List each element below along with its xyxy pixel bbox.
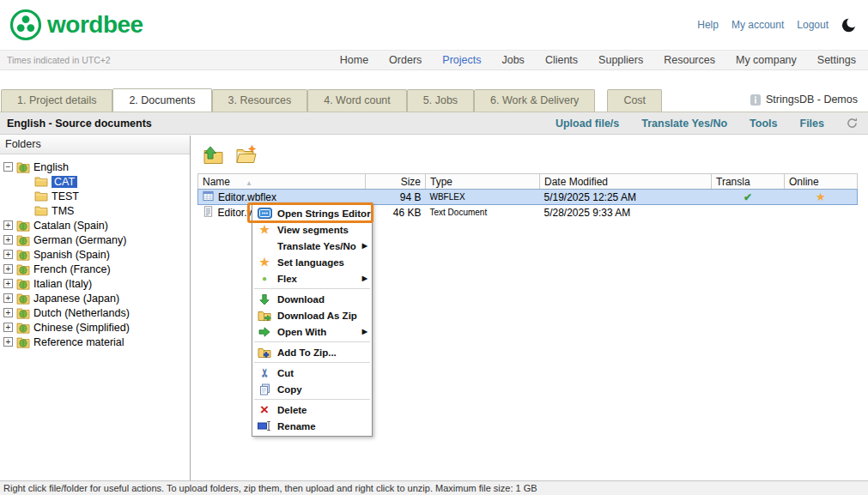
tree-item-italian-italy: + Italian (Italy) xyxy=(3,276,188,291)
tree-row[interactable]: + Chinese (Simplified) xyxy=(3,320,188,335)
folder-label: German (Germany) xyxy=(33,234,126,246)
star-icon[interactable]: ★ xyxy=(816,190,826,203)
open-with-icon xyxy=(257,326,272,338)
menu-item-translate-yes-no[interactable]: Translate Yes/No ▶ xyxy=(252,238,372,254)
menu-item-add-to-zip[interactable]: Add To Zip... xyxy=(252,344,372,360)
menu-item-download[interactable]: Download xyxy=(252,291,372,307)
nav-item-projects[interactable]: Projects xyxy=(442,54,481,66)
tab-6-work-delivery[interactable]: 6. Work & Delivery xyxy=(474,89,595,112)
wbflex-file-icon xyxy=(203,190,214,204)
tree-subfolder-cat[interactable]: CAT xyxy=(34,174,188,189)
tab-cost[interactable]: Cost xyxy=(607,89,662,112)
subheader-actions: Upload file/sTranslate Yes/NoToolsFiles xyxy=(555,118,858,130)
menu-separator xyxy=(254,341,370,342)
menu-item-flex[interactable]: ● Flex ▶ xyxy=(252,270,372,287)
refresh-icon[interactable] xyxy=(847,118,858,129)
header-link-help[interactable]: Help xyxy=(697,19,719,31)
folder-globe-icon xyxy=(16,219,30,232)
menu-separator xyxy=(254,399,370,400)
column-header-name[interactable]: Name▲ xyxy=(198,174,366,190)
folder-globe-icon xyxy=(16,321,30,335)
tree-row[interactable]: + Dutch (Netherlands) xyxy=(3,305,188,320)
tree-expander-icon[interactable]: + xyxy=(3,337,13,347)
timezone-note: Times indicated in UTC+2 xyxy=(7,55,111,65)
tree-expander-icon[interactable]: + xyxy=(3,235,13,244)
nav-item-settings[interactable]: Settings xyxy=(817,54,856,66)
folder-label: Reference material xyxy=(33,336,124,348)
nav-item-clients[interactable]: Clients xyxy=(545,54,578,66)
tree-expander-icon[interactable]: + xyxy=(3,220,13,230)
tab-5-jobs[interactable]: 5. Jobs xyxy=(407,89,474,112)
menu-item-set-languages[interactable]: ★ Set languages xyxy=(252,254,372,270)
tree-expander-icon[interactable]: + xyxy=(3,250,13,259)
column-header-online[interactable]: Online xyxy=(785,174,858,190)
tree-item-japanese-japan: + Japanese (Japan) xyxy=(3,291,188,305)
submenu-arrow-icon: ▶ xyxy=(362,275,367,282)
tabs-list: 1. Project details2. Documents3. Resourc… xyxy=(1,88,662,112)
tree-expander-icon[interactable]: + xyxy=(3,279,13,288)
moon-icon[interactable] xyxy=(841,18,856,33)
check-icon: ✔ xyxy=(744,191,752,203)
tree-subfolder-tms[interactable]: TMS xyxy=(34,203,188,218)
tree-expander-icon[interactable]: + xyxy=(3,308,13,317)
menu-item-delete[interactable]: × Delete xyxy=(252,401,372,418)
menu-item-view-segments[interactable]: ★ View segments xyxy=(252,221,372,238)
menu-item-rename[interactable]: Rename xyxy=(252,418,372,434)
tree-item-reference-material: + Reference material xyxy=(3,335,188,349)
column-header-date-modified[interactable]: Date Modified xyxy=(540,174,712,190)
folder-globe-icon xyxy=(16,248,30,262)
column-header-size[interactable]: Size xyxy=(366,174,426,190)
copy-icon xyxy=(257,383,272,395)
column-header-transla[interactable]: Transla xyxy=(712,174,785,190)
tree-row[interactable]: − English xyxy=(3,160,188,174)
tree-expander-icon[interactable]: + xyxy=(3,293,13,303)
nav-item-resources[interactable]: Resources xyxy=(664,54,715,66)
tab-1-project-details[interactable]: 1. Project details xyxy=(1,89,112,112)
zip-add-icon xyxy=(257,346,272,359)
tree-subfolder-test[interactable]: TEST xyxy=(34,189,188,203)
menu-item-label: Copy xyxy=(277,384,302,395)
tree-expander-icon[interactable]: + xyxy=(3,323,13,332)
folder-icon xyxy=(34,204,48,218)
folder-up-icon[interactable] xyxy=(201,143,224,166)
menu-item-open-with[interactable]: Open With ▶ xyxy=(252,323,372,340)
nav-item-orders[interactable]: Orders xyxy=(389,54,422,66)
column-header-type[interactable]: Type xyxy=(426,174,540,190)
header-links-list: HelpMy accountLogout xyxy=(697,19,829,31)
star-icon: ★ xyxy=(257,256,272,269)
menu-item-open-strings-editor[interactable]: Open Strings Editor xyxy=(252,205,372,221)
tab-2-documents[interactable]: 2. Documents xyxy=(112,88,211,112)
nav-item-my-company[interactable]: My company xyxy=(736,54,797,66)
rename-icon xyxy=(257,420,272,432)
tree-row[interactable]: + Reference material xyxy=(3,335,188,349)
action-tools[interactable]: Tools xyxy=(750,118,777,130)
action-upload-file-s[interactable]: Upload file/s xyxy=(555,118,619,130)
tree-row[interactable]: + Catalan (Spain) xyxy=(3,218,188,232)
tree-expander-icon[interactable]: − xyxy=(3,162,13,172)
footer-hint-bar: Right click file/folder for useful actio… xyxy=(0,480,868,495)
tree-expander-icon[interactable]: + xyxy=(3,264,13,274)
header-link-my-account[interactable]: My account xyxy=(731,19,784,31)
menu-item-cut[interactable]: ✂ Cut xyxy=(252,365,372,381)
action-files[interactable]: Files xyxy=(800,118,825,130)
wordbee-logo: wordbee xyxy=(9,8,143,42)
tree-row[interactable]: + Japanese (Japan) xyxy=(3,291,188,305)
tab-4-word-count[interactable]: 4. Word count xyxy=(307,89,407,112)
tree-row[interactable]: + Spanish (Spain) xyxy=(3,247,188,262)
folder-tree: − English CAT TEST TMS + Catalan (Spain)… xyxy=(0,154,190,349)
menu-item-download-as-zip[interactable]: Download As Zip xyxy=(252,307,372,323)
tree-row[interactable]: + French (France) xyxy=(3,262,188,276)
folder-new-icon[interactable] xyxy=(234,143,258,166)
nav-item-home[interactable]: Home xyxy=(340,54,368,66)
folder-label: French (France) xyxy=(33,263,111,275)
nav-item-suppliers[interactable]: Suppliers xyxy=(598,54,643,66)
tab-3-resources[interactable]: 3. Resources xyxy=(212,89,308,112)
header-link-logout[interactable]: Logout xyxy=(797,19,829,31)
menu-item-copy[interactable]: Copy xyxy=(252,381,372,397)
tree-row[interactable]: + German (Germany) xyxy=(3,232,188,247)
info-icon xyxy=(750,94,761,106)
action-translate-yes-no[interactable]: Translate Yes/No xyxy=(641,118,727,130)
nav-item-jobs[interactable]: Jobs xyxy=(501,54,524,66)
tree-row[interactable]: + Italian (Italy) xyxy=(3,276,188,291)
submenu-arrow-icon: ▶ xyxy=(362,242,367,250)
